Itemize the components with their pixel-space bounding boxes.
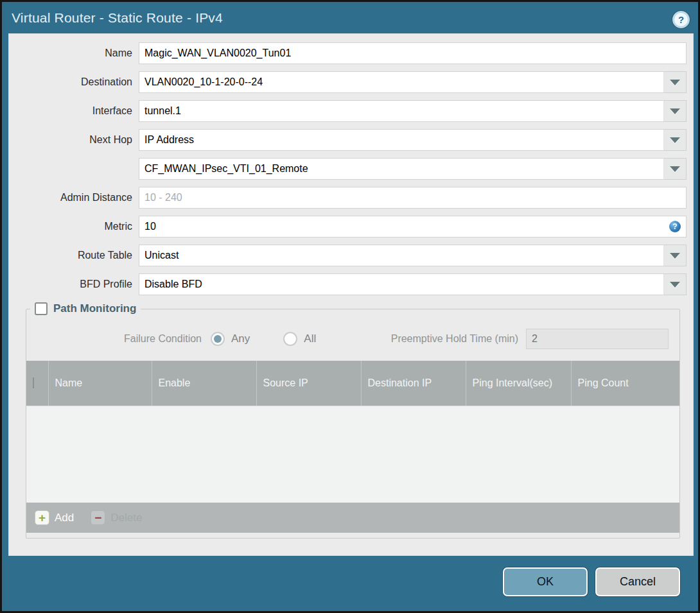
preemptive-hold-time-label: Preemptive Hold Time (min)	[391, 333, 526, 345]
chevron-down-icon	[670, 80, 680, 85]
next-hop-type-input[interactable]	[139, 129, 664, 151]
column-header-source-ip[interactable]: Source IP	[256, 361, 361, 406]
add-plus-icon: +	[35, 510, 49, 525]
destination-row: Destination	[8, 71, 687, 93]
path-monitoring-checkbox[interactable]	[35, 302, 48, 315]
select-all-header-cell	[26, 361, 48, 406]
chevron-down-icon	[670, 137, 680, 143]
help-icon-glyph: ?	[678, 14, 684, 25]
column-header-enable[interactable]: Enable	[152, 361, 256, 406]
route-table-input[interactable]	[139, 245, 664, 266]
table-toolbar: + Add − Delete	[26, 503, 679, 533]
add-button[interactable]: + Add	[35, 510, 74, 525]
path-monitoring-title: Path Monitoring	[53, 302, 136, 315]
chevron-down-icon	[670, 108, 680, 114]
radio-selected-dot	[214, 335, 222, 343]
column-header-ping-count[interactable]: Ping Count	[571, 361, 679, 406]
cancel-button[interactable]: Cancel	[595, 567, 680, 596]
failure-condition-label: Failure Condition	[26, 333, 211, 345]
failure-condition-all-label: All	[304, 332, 316, 345]
next-hop-label: Next Hop	[8, 134, 139, 146]
select-all-checkbox[interactable]	[33, 377, 34, 389]
delete-minus-icon: −	[91, 510, 105, 525]
name-row: Name	[8, 42, 687, 64]
name-input[interactable]	[139, 42, 687, 64]
destination-dropdown-button[interactable]	[664, 71, 687, 93]
destination-input[interactable]	[139, 71, 664, 93]
metric-row: Metric ?	[8, 216, 687, 237]
admin-distance-label: Admin Distance	[8, 192, 139, 203]
failure-condition-all-radio[interactable]	[283, 332, 297, 346]
column-header-ping-interval[interactable]: Ping Interval(sec)	[466, 361, 571, 406]
interface-input[interactable]	[139, 100, 664, 122]
preemptive-hold-time-input[interactable]	[526, 329, 669, 349]
metric-label: Metric	[8, 221, 139, 232]
path-monitoring-table: Name Enable Source IP Destination IP Pin…	[26, 361, 679, 533]
interface-dropdown-button[interactable]	[664, 100, 687, 122]
destination-label: Destination	[8, 76, 139, 88]
delete-button-label: Delete	[110, 512, 142, 524]
bfd-profile-dropdown-button[interactable]	[664, 273, 687, 295]
metric-help-icon[interactable]: ?	[669, 221, 681, 232]
metric-input[interactable]	[139, 216, 687, 237]
bfd-profile-input[interactable]	[139, 273, 664, 295]
next-hop-address-dropdown-button[interactable]	[664, 158, 687, 180]
bfd-profile-row: BFD Profile	[8, 273, 687, 295]
failure-condition-any-label: Any	[231, 332, 250, 345]
add-button-label: Add	[55, 512, 74, 524]
dialog-title: Virtual Router - Static Route - IPv4	[12, 10, 223, 26]
next-hop-dropdown-button[interactable]	[664, 129, 687, 151]
route-table-row: Route Table	[8, 245, 687, 266]
help-icon[interactable]: ?	[672, 11, 690, 28]
bfd-profile-label: BFD Profile	[8, 279, 139, 290]
next-hop-row: Next Hop	[8, 129, 687, 151]
column-header-name[interactable]: Name	[48, 361, 152, 406]
chevron-down-icon	[670, 282, 680, 288]
path-monitoring-section: Path Monitoring Failure Condition Any Al…	[26, 302, 680, 539]
name-label: Name	[8, 47, 139, 59]
next-hop-address-row	[8, 158, 687, 180]
table-empty-body	[26, 406, 679, 503]
route-table-label: Route Table	[8, 250, 139, 261]
interface-label: Interface	[8, 105, 139, 117]
path-monitoring-legend: Path Monitoring	[30, 302, 141, 315]
chevron-down-icon	[670, 166, 680, 172]
route-table-dropdown-button[interactable]	[664, 245, 687, 266]
column-header-destination-ip[interactable]: Destination IP	[361, 361, 466, 406]
failure-condition-any-radio[interactable]	[211, 332, 225, 346]
interface-row: Interface	[8, 100, 687, 122]
delete-button[interactable]: − Delete	[91, 510, 142, 525]
title-bar: Virtual Router - Static Route - IPv4	[2, 2, 698, 33]
failure-condition-row: Failure Condition Any All Preemptive Hol…	[26, 328, 679, 350]
dialog-body: Name Destination Interface	[8, 33, 694, 556]
admin-distance-row: Admin Distance	[8, 187, 687, 209]
table-header-row: Name Enable Source IP Destination IP Pin…	[26, 361, 679, 406]
ok-button[interactable]: OK	[503, 567, 588, 596]
admin-distance-input[interactable]	[139, 187, 687, 209]
static-route-form: Name Destination Interface	[8, 33, 694, 295]
dialog-window: Virtual Router - Static Route - IPv4 ? N…	[0, 0, 700, 613]
next-hop-address-input[interactable]	[139, 158, 664, 180]
chevron-down-icon	[670, 253, 680, 259]
